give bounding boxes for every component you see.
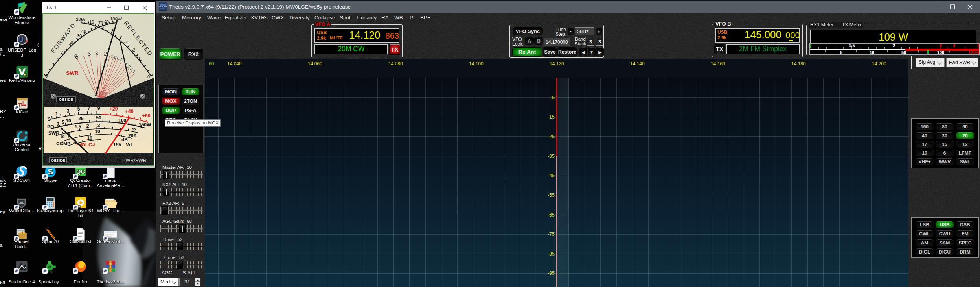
svg-text:10: 10 [62, 50, 66, 55]
svg-text:5: 5 [77, 106, 80, 112]
svg-text:S: S [48, 117, 51, 122]
svg-text:1: 1 [55, 111, 58, 117]
svg-text:150W: 150W [139, 122, 151, 128]
svg-text:50: 50 [901, 50, 906, 54]
svg-text:10: 10 [95, 129, 100, 134]
svg-text:15V: 15V [113, 142, 121, 148]
svg-text:5: 5 [977, 44, 979, 48]
svg-text:2: 2 [86, 123, 89, 129]
svg-text:5: 5 [62, 120, 64, 125]
svg-text:20W: 20W [76, 17, 85, 22]
svg-text:S: S [48, 167, 53, 176]
svg-text:OE3IDE: OE3IDE [59, 98, 73, 102]
svg-text:0: 0 [57, 121, 59, 127]
svg-text:COMP: COMP [56, 141, 70, 146]
svg-text:100: 100 [118, 118, 126, 123]
svg-text:5: 5 [840, 50, 842, 54]
svg-text:25: 25 [78, 116, 84, 121]
svg-text:30: 30 [77, 33, 82, 38]
svg-text:80: 80 [104, 20, 109, 24]
svg-text:6: 6 [120, 34, 122, 39]
svg-text:1: 1 [138, 56, 140, 61]
svg-text:ALC: ALC [81, 142, 92, 148]
svg-text:5: 5 [24, 72, 26, 77]
svg-text:SWR: SWR [48, 131, 59, 136]
svg-text:0: 0 [147, 74, 150, 79]
svg-text:dB: dB [121, 137, 128, 143]
svg-text:3: 3 [67, 108, 70, 114]
svg-text:10: 10 [87, 135, 92, 141]
svg-text:9: 9 [97, 106, 100, 111]
svg-text:0: 0 [45, 74, 48, 78]
svg-text:70: 70 [98, 20, 103, 25]
svg-text:10: 10 [870, 50, 874, 54]
svg-text:100: 100 [937, 50, 944, 54]
svg-text:20A: 20A [128, 133, 137, 139]
svg-text:120+: 120+ [969, 50, 978, 54]
svg-text:SWR: SWR [66, 70, 79, 76]
svg-text:2: 2 [133, 48, 135, 52]
svg-text:+40: +40 [125, 109, 133, 114]
svg-text:PWR/SWR: PWR/SWR [122, 158, 147, 163]
svg-text:20: 20 [70, 40, 74, 44]
svg-text:7: 7 [88, 106, 90, 111]
svg-text:3: 3 [97, 123, 100, 128]
svg-text:40: 40 [81, 29, 86, 34]
svg-text:+20: +20 [109, 106, 118, 112]
svg-text:1.5: 1.5 [849, 44, 855, 48]
svg-text:PO: PO [47, 124, 54, 130]
svg-text:QC: QC [76, 168, 85, 175]
svg-text:∞: ∞ [132, 126, 136, 132]
svg-text:2: 2 [893, 44, 895, 48]
svg-text:4: 4 [953, 44, 956, 48]
svg-text:THETIS: THETIS [159, 6, 167, 8]
svg-text:3: 3 [940, 44, 942, 48]
svg-text:10: 10 [66, 118, 71, 124]
svg-text:Vd: Vd [126, 142, 132, 148]
svg-text:100W: 100W [110, 17, 122, 21]
svg-text:Id: Id [61, 134, 65, 139]
svg-text:3: 3 [26, 40, 28, 44]
svg-text:16: 16 [89, 20, 94, 24]
svg-text:U: U [19, 36, 24, 43]
svg-text:OE3IDE: OE3IDE [51, 159, 65, 163]
svg-text:4: 4 [125, 40, 128, 45]
svg-text:3: 3 [95, 50, 99, 57]
svg-text:+60: +60 [142, 113, 150, 119]
svg-text:1.5: 1.5 [75, 124, 81, 130]
svg-text:50: 50 [96, 115, 101, 120]
